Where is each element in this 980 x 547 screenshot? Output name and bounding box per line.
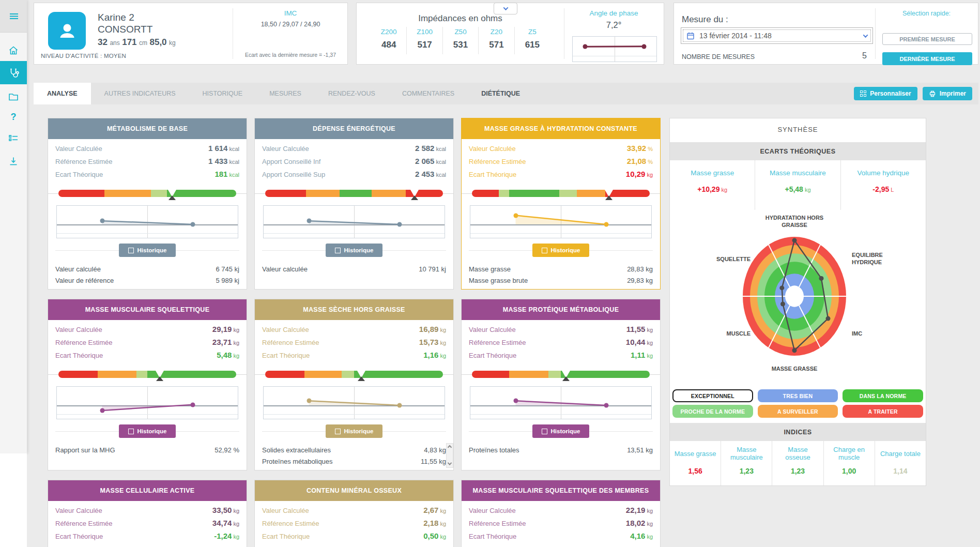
stat-row: Référence Estimée2,18kg <box>255 519 453 531</box>
radar-chart: HYDRATATION HORS GRAISSE EQUILIBRE HYDRI… <box>670 210 926 386</box>
measure-card: Mesure du : 13 février 2014 - 11:48 NOMB… <box>673 3 978 65</box>
data-point <box>641 44 646 49</box>
card-title: MASSE GRASSE À HYDRATATION CONSTANTE <box>462 118 660 139</box>
tab-historique[interactable]: HISTORIQUE <box>189 83 256 104</box>
historique-row: Historique <box>48 244 247 257</box>
personnaliser-button[interactable]: Personnaliser <box>854 87 917 100</box>
ecart-value: +5,48kg <box>755 185 840 193</box>
imprimer-button[interactable]: Imprimer <box>923 87 972 100</box>
stat-unit: kg <box>233 340 239 346</box>
tab-rendez-vous[interactable]: RENDEZ-VOUS <box>315 83 389 104</box>
extra-value: 11,55 kg <box>421 458 446 465</box>
extra-label: Valeur calculée <box>55 265 101 273</box>
scroll-down-icon[interactable] <box>448 461 452 465</box>
norm-gauge <box>255 371 453 384</box>
measure-date-select[interactable]: 13 février 2014 - 11:48 <box>681 27 873 44</box>
sidebar-item-aide[interactable]: ? <box>0 106 27 128</box>
norm-gauge <box>462 371 660 384</box>
stat-row: Référence Estimée1 433kcal <box>48 157 247 170</box>
first-measure-button[interactable]: PREMIÈRE MESURE <box>882 33 972 45</box>
hamburger-menu-button[interactable] <box>0 5 27 27</box>
stat-value: 2,18kg <box>423 519 446 527</box>
ecart-unit: kg <box>805 187 811 193</box>
stat-label: Apport Conseillé Sup <box>262 171 325 178</box>
sidebar-item-liste[interactable] <box>0 127 27 149</box>
sidebar-item-consultation[interactable] <box>0 61 27 84</box>
index-value: 1,23 <box>772 467 823 475</box>
ecarts-row: Masse grasse+10,29kgMasse musculaire+5,4… <box>670 160 926 210</box>
extra-value: 52,92 % <box>215 446 239 454</box>
tab-autres-indicateurs[interactable]: AUTRES INDICATEURS <box>91 83 189 104</box>
stat-value: 11,55kg <box>626 325 653 333</box>
historique-button[interactable]: Historique <box>119 244 176 257</box>
sidebar-item-dossiers[interactable] <box>0 86 27 108</box>
tab-analyse[interactable]: ANALYSE <box>34 83 91 104</box>
stat-label: Valeur Calculée <box>262 326 309 333</box>
stat-unit: kcal <box>436 172 446 178</box>
last-measure-button[interactable]: DERNIÈRE MESURE <box>882 52 972 65</box>
checkbox-icon <box>542 248 547 253</box>
historique-row: Historique <box>462 244 660 257</box>
stat-value: 21,08% <box>627 157 653 165</box>
historique-button[interactable]: Historique <box>532 424 589 438</box>
card-title: MÉTABOLISME DE BASE <box>48 118 247 139</box>
card-stats: Valeur Calculée11,55kgRéférence Estimée1… <box>462 325 660 363</box>
tab-di-t-tique[interactable]: DIÉTÉTIQUE <box>468 83 533 104</box>
stat-value: 2 453kcal <box>415 170 446 178</box>
sidebar-bottom-spacer <box>0 453 27 547</box>
stat-row: Référence Estimée23,71kg <box>48 338 247 351</box>
tab-commentaires[interactable]: COMMENTAIRES <box>389 83 468 104</box>
index-value: 1,23 <box>721 467 772 475</box>
stat-unit: kg <box>440 353 446 359</box>
stat-label: Valeur Calculée <box>262 507 309 514</box>
historique-button[interactable]: Historique <box>326 244 382 257</box>
extra-value: 6 745 kj <box>216 265 239 273</box>
stat-unit: kg <box>440 521 446 527</box>
app-root: ? Karine 2 CONSORTT 32 ans 171 cm 85,0 k… <box>0 0 980 547</box>
historique-button[interactable]: Historique <box>326 424 382 438</box>
sidebar-item-export[interactable] <box>0 150 27 172</box>
measure-label: Mesure du : <box>682 14 728 25</box>
legend-badge-dans-la-norme: DANS LA NORME <box>843 389 923 402</box>
stat-row: Valeur Calculée2,67kg <box>255 506 453 519</box>
stat-row: Ecart Théorique-1,24kg <box>48 531 247 544</box>
metric-card: MÉTABOLISME DE BASEValeur Calculée1 614k… <box>48 118 247 290</box>
scrollbar[interactable] <box>446 443 453 468</box>
card-stats: Valeur Calculée29,19kgRéférence Estimée2… <box>48 325 247 363</box>
gauge-bar <box>58 190 236 197</box>
stat-label: Ecart Théorique <box>262 352 310 359</box>
scroll-up-icon[interactable] <box>448 445 452 449</box>
activity-label: NIVEAU D'ACTIVITÉ : <box>41 53 102 59</box>
card-title: CONTENU MINÉRAL OSSEUX <box>255 480 453 501</box>
stat-label: Référence Estimée <box>55 158 113 165</box>
impedance-label: Z100 <box>407 28 442 36</box>
extra-label: Proteïnes totales <box>469 446 519 454</box>
stat-unit: kg <box>233 508 239 514</box>
chevron-down-icon <box>863 33 868 38</box>
radar-label-masse-grasse: MASSE GRASSE <box>769 365 820 372</box>
stat-unit: kcal <box>436 159 446 165</box>
radar-legend: EXCEPTIONNELTRES BIENDANS LA NORMEPROCHE… <box>672 389 923 418</box>
collapse-header-button[interactable] <box>494 3 517 14</box>
card-title: MASSE SÈCHE HORS GRAISSE <box>255 299 453 320</box>
extra-value: 28,83 kg <box>627 265 653 273</box>
norm-gauge <box>48 371 247 384</box>
sidebar-item-home[interactable] <box>0 39 27 61</box>
historique-button[interactable]: Historique <box>119 424 176 438</box>
tab-mesures[interactable]: MESURES <box>256 83 315 104</box>
sidebar: ? <box>0 0 27 453</box>
impedance-label: Z200 <box>371 28 406 36</box>
extra-row: Masse grasse brute29,83 kg <box>462 275 660 286</box>
extra-value: 10 791 kj <box>419 265 446 273</box>
index-item: Charge en muscle1,00 <box>823 441 875 485</box>
stat-unit: kg <box>440 534 446 540</box>
history-chart <box>470 386 652 419</box>
extra-label: Valeur de référence <box>55 277 114 284</box>
data-point <box>513 399 518 403</box>
stat-value: 5,48kg <box>217 351 239 359</box>
index-item: Charge totale1,14 <box>875 441 926 485</box>
historique-button[interactable]: Historique <box>532 244 589 257</box>
patient-name: Karine 2 CONSORTT <box>98 11 152 35</box>
patient-height: 171 <box>122 37 136 47</box>
stat-unit: kcal <box>229 146 239 152</box>
